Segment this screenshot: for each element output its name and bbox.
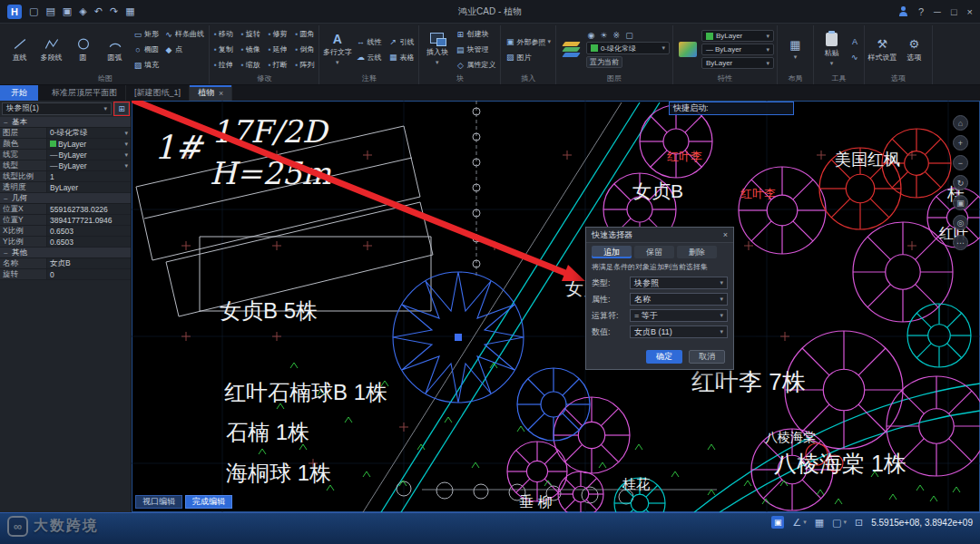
new-file-icon[interactable]: ▢ <box>29 5 38 17</box>
block-manager-tool[interactable]: ▤块管理 <box>454 42 497 57</box>
create-block-tool[interactable]: ⊞创建块 <box>454 26 497 42</box>
xref-tool[interactable]: ▣外部参照▾ <box>504 34 553 50</box>
stretch-tool[interactable]: 拉伸 <box>212 57 235 73</box>
section-other[interactable]: 其他 <box>0 248 131 258</box>
selection-type-dropdown[interactable]: 块参照(1) ▾ <box>2 102 112 115</box>
tab-plants[interactable]: 植物× <box>190 85 232 101</box>
zoom-extents-icon[interactable]: ◎ <box>953 215 968 230</box>
quick-select-button[interactable]: ⊞ <box>114 102 129 115</box>
value-dropdown[interactable]: 女贞B (11)▾ <box>630 325 728 338</box>
section-basic[interactable]: 基本 <box>0 117 131 128</box>
grid-snap-icon[interactable]: ▦ <box>815 517 824 529</box>
array-tool[interactable]: 阵列 <box>294 57 317 73</box>
start-tab[interactable]: 开始 <box>0 85 38 101</box>
rotate-tool[interactable]: 旋转 <box>240 26 262 42</box>
viewport-icon[interactable]: ⊡ <box>855 517 863 529</box>
insert-block-button[interactable]: 插入块 ▾ <box>422 31 452 68</box>
print-icon[interactable]: ▦ <box>125 5 134 17</box>
ok-button[interactable]: 确定 <box>646 350 682 364</box>
display-settings-icon[interactable]: ▢▾ <box>832 517 847 529</box>
save-as-icon[interactable]: ◈ <box>79 5 86 17</box>
hatch-tool[interactable]: ▨填充 <box>132 57 161 73</box>
layer-manager-button[interactable] <box>562 41 582 59</box>
set-current-layer-button[interactable]: 置为当前 <box>586 56 622 68</box>
fillet-tool[interactable]: 圆角 <box>294 26 317 42</box>
site-plan-drawing[interactable]: 1# 17F/2D H=25m 女贞B 红叶李 红叶李 美国红枫 女贞B 5株 … <box>132 101 980 512</box>
operator-dropdown[interactable]: = 等于▾ <box>630 309 728 322</box>
tab-append[interactable]: 追加 <box>592 246 632 258</box>
close-button[interactable]: × <box>967 6 973 17</box>
paste-button[interactable]: 粘贴 ▾ <box>817 31 847 69</box>
polyline-tool-button[interactable]: 多段线 <box>36 35 66 64</box>
linear-dimension-tool[interactable]: ↔线性 <box>354 34 383 50</box>
spline-tool[interactable]: ∿样条曲线 <box>162 26 206 42</box>
tab-remove[interactable]: 删除 <box>677 246 717 258</box>
close-icon[interactable]: × <box>723 230 728 239</box>
layer-isolate-icon[interactable]: ▢ <box>624 31 634 40</box>
text-tool-icon-button[interactable]: A <box>848 34 861 50</box>
leader-tool[interactable]: ↗引线 <box>387 34 416 50</box>
arc-tool-button[interactable]: 圆弧 <box>100 35 130 64</box>
zoom-out-icon[interactable]: − <box>953 155 968 170</box>
selection-grip[interactable] <box>455 334 462 341</box>
home-view-icon[interactable]: ⌂ <box>953 115 968 131</box>
finish-edit-button[interactable]: 完成编辑 <box>185 495 232 509</box>
extend-tool[interactable]: 延伸 <box>267 42 289 57</box>
sketch-tool-icon-button[interactable]: ∿ <box>848 50 861 65</box>
trim-tool[interactable]: 修剪 <box>267 26 289 42</box>
line-tool-button[interactable]: 直线 <box>5 35 34 64</box>
quick-launch-bar[interactable]: 快捷启动: <box>669 102 794 115</box>
layer-dropdown[interactable]: 0-绿化常绿 ▾ <box>586 42 670 54</box>
open-file-icon[interactable]: ▤ <box>45 5 54 17</box>
orbit-icon[interactable]: ↻ <box>953 175 968 190</box>
point-tool[interactable]: ◆点 <box>162 42 206 57</box>
scale-tool[interactable]: 缩放 <box>240 57 262 73</box>
attach-image-tool[interactable]: ▨图片 <box>504 50 553 65</box>
angle-snap-icon[interactable]: ∠▾ <box>792 517 806 529</box>
match-properties-button[interactable] <box>679 42 697 57</box>
undo-icon[interactable]: ↶ <box>94 5 103 17</box>
maximize-button[interactable]: □ <box>951 6 957 17</box>
linetype-dropdown[interactable]: ByLayer▾ <box>701 57 774 69</box>
dialog-titlebar[interactable]: 快速选择器 × <box>586 228 733 243</box>
drawing-canvas[interactable]: 1# 17F/2D H=25m 女贞B 红叶李 红叶李 美国红枫 女贞B 5株 … <box>132 101 980 512</box>
lineweight-dropdown[interactable]: —ByLayer▾ <box>701 44 774 55</box>
redo-icon[interactable]: ↷ <box>110 5 118 17</box>
layer-freeze-icon[interactable]: ☀ <box>599 31 609 40</box>
user-account-icon[interactable] <box>898 6 908 16</box>
copy-tool[interactable]: 复制 <box>212 42 235 57</box>
tab-standard-plan[interactable]: 标准层顶层平面图 <box>44 85 126 101</box>
tab-new-drawing[interactable]: [新建图纸_1] <box>126 85 190 101</box>
quick-launch-input[interactable] <box>712 104 789 112</box>
mirror-tool[interactable]: 镜像 <box>240 42 262 57</box>
ellipse-tool[interactable]: ○椭圆 <box>132 42 161 57</box>
help-icon[interactable]: ? <box>918 6 924 17</box>
table-tool[interactable]: ▦表格 <box>387 50 416 65</box>
circle-tool-button[interactable]: 圆 <box>68 35 98 64</box>
selected-tree-block[interactable] <box>393 272 524 403</box>
revision-cloud-tool[interactable]: ☁云线 <box>354 50 383 65</box>
type-dropdown[interactable]: 块参照▾ <box>630 277 728 289</box>
attribute-dropdown[interactable]: 名称▾ <box>630 293 728 306</box>
pan-icon[interactable]: ▣ <box>953 195 968 210</box>
rectangle-tool[interactable]: ▭矩形 <box>132 26 161 42</box>
tab-keep[interactable]: 保留 <box>634 246 674 258</box>
mtext-button[interactable]: A 多行文字 ▾ <box>322 32 352 68</box>
minimize-button[interactable]: ─ <box>934 6 941 17</box>
more-tools-icon[interactable]: ⋯ <box>953 235 968 250</box>
zoom-in-icon[interactable]: + <box>953 135 968 151</box>
chamfer-tool[interactable]: 倒角 <box>294 42 317 57</box>
color-dropdown[interactable]: ByLayer▾ <box>701 30 774 42</box>
viewport-edit-button[interactable]: 视口编辑 <box>135 495 182 509</box>
insert-layout-button[interactable]: ▦ ▾ <box>780 36 810 63</box>
section-geometry[interactable]: 几何 <box>0 193 131 204</box>
layer-visibility-icon[interactable]: ◉ <box>586 31 596 40</box>
cancel-button[interactable]: 取消 <box>689 350 725 364</box>
save-icon[interactable]: ▣ <box>63 5 72 17</box>
viewport-mode-icon[interactable]: ▣ <box>771 516 784 529</box>
move-tool[interactable]: 移动 <box>212 26 235 42</box>
options-button[interactable]: ⚙ 选项 <box>899 35 929 64</box>
attribute-define-tool[interactable]: ◇属性定义 <box>454 57 497 73</box>
break-tool[interactable]: 打断 <box>267 57 289 73</box>
close-icon[interactable]: × <box>219 89 223 98</box>
